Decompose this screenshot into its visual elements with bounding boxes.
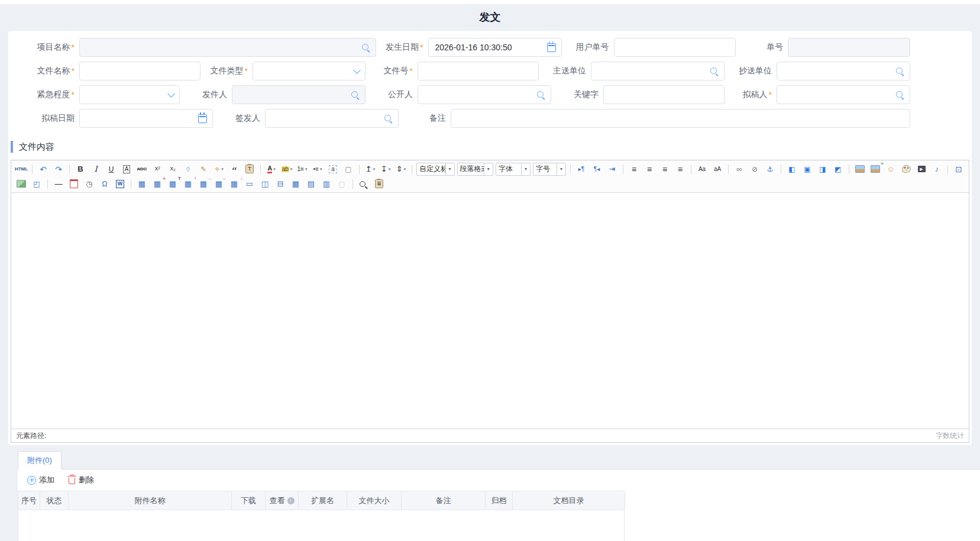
merge-down-icon[interactable]: ⊟ [273,178,287,190]
merge-cells-icon[interactable]: ▭ [242,178,257,190]
issuer-input[interactable] [265,109,399,128]
horizontal-rule-icon[interactable]: — [51,178,66,190]
unlink-icon[interactable]: ⊘ [748,163,762,175]
bold-icon[interactable]: B [73,163,88,175]
insert-image-icon[interactable] [853,163,867,175]
file-no-input[interactable] [418,62,539,80]
keyword-input[interactable] [603,85,725,104]
search-icon[interactable] [351,91,360,99]
split-to-cells-icon[interactable]: ▦ [289,178,303,190]
urgency-select[interactable] [79,85,180,104]
file-no-field[interactable] [423,62,533,80]
auto-typeset-icon[interactable]: ✧▾ [212,163,226,175]
public-person-input[interactable] [418,85,551,104]
search-icon[interactable] [384,114,393,123]
project-name-field[interactable] [85,38,358,57]
occur-date-field[interactable] [434,38,544,57]
project-name-input[interactable] [79,38,376,57]
rtl-icon[interactable]: ¶◂ [590,163,604,175]
file-name-field[interactable] [85,62,195,80]
issuer-field[interactable] [271,109,380,128]
image-float-right-icon[interactable]: ◨ [816,163,830,175]
search-icon[interactable] [895,91,904,99]
split-to-cols-icon[interactable]: ▥ [319,178,334,190]
line-height-icon[interactable]: ⇕▾ [394,163,408,175]
justify-left-icon[interactable]: ≡ [627,163,641,175]
indent-icon[interactable]: ⇥ [605,163,619,175]
remark-input[interactable] [451,109,910,128]
insert-map-icon[interactable] [14,178,28,190]
cell-properties-icon[interactable]: ▦T [166,178,180,190]
anchor-icon[interactable]: ⚓ [763,163,777,175]
chevron-down-icon[interactable]: ▾ [445,163,454,175]
search-replace-icon[interactable] [357,178,371,190]
custom-title-select[interactable]: 自定义标题▾ [416,163,455,176]
link-icon[interactable]: ∞ [732,163,746,175]
word-count-label[interactable]: 字数统计 [936,431,964,441]
drafter-field[interactable] [782,85,892,104]
image-float-left-icon[interactable]: ◧ [785,163,799,175]
public-person-field[interactable] [423,85,533,104]
tab-attachments[interactable]: 附件(0) [18,451,62,469]
main-send-unit-field[interactable] [597,62,706,80]
select-all-icon[interactable]: a [326,163,340,175]
strikethrough-icon[interactable]: ABC [135,163,149,175]
paste-plain-icon[interactable]: T [242,163,257,175]
add-attachment-button[interactable]: 添加 [27,475,54,485]
preview-icon[interactable]: ≣ [372,178,386,190]
undo-icon[interactable]: ↶ [36,163,50,175]
delete-row-icon[interactable]: ▦← [212,178,226,190]
chevron-down-icon[interactable]: ▾ [484,163,493,175]
user-order-no-field[interactable] [620,38,730,57]
unordered-list-icon[interactable]: •≡▾ [311,163,325,175]
cc-unit-field[interactable] [782,62,892,80]
delete-attachment-button[interactable]: 删除 [69,475,94,485]
justify-center-icon[interactable]: ≡ [642,163,656,175]
drafter-input[interactable] [777,85,910,104]
draft-date-field[interactable] [85,109,195,128]
remark-field[interactable] [457,109,904,128]
emotion-icon[interactable]: ☺ [884,163,898,175]
screenshot-icon[interactable]: ◰ [30,178,44,190]
row-spacing-bottom-icon[interactable]: ↧▾ [379,163,393,175]
keyword-field[interactable] [609,85,719,104]
image-center-icon[interactable]: ▣ [800,163,814,175]
underline-icon[interactable]: U [104,163,118,175]
file-name-input[interactable] [79,62,200,80]
superscript-icon[interactable]: X² [150,163,164,175]
redo-icon[interactable]: ↷ [51,163,66,175]
insert-col-left-icon[interactable]: ▦→ [196,178,211,190]
image-inline-icon[interactable]: ◩ [831,163,845,175]
insert-table-icon[interactable]: ▦ [135,178,149,190]
insert-iframe-icon[interactable]: ⊡ [952,163,966,175]
search-icon[interactable] [710,67,719,76]
calendar-icon[interactable] [198,114,207,123]
font-border-icon[interactable]: A [119,163,134,175]
font-size-select[interactable]: 字号▾ [533,163,566,176]
delete-col-icon[interactable]: ▦↓ [227,178,241,190]
multi-image-upload-icon[interactable]: + [868,163,882,175]
format-brush-icon[interactable]: ✎ [196,163,211,175]
row-spacing-top-icon[interactable]: ↥▾ [363,163,377,175]
delete-table-icon[interactable]: ▦× [150,178,164,190]
justify-both-icon[interactable]: ≡ [673,163,687,175]
ltr-icon[interactable]: ▸¶ [574,163,588,175]
file-type-select[interactable] [253,62,366,80]
split-to-rows-icon[interactable]: ▤ [304,178,318,190]
ordered-list-icon[interactable]: 1≡▾ [295,163,309,175]
subscript-icon[interactable]: X₂ [166,163,180,175]
merge-right-icon[interactable]: ◫ [258,178,272,190]
font-family-select[interactable]: 字体▾ [496,163,531,176]
insert-video-icon[interactable]: ▶ [914,163,929,175]
info-icon[interactable]: i [287,497,295,504]
insert-date-icon[interactable] [67,178,81,190]
sender-input[interactable] [232,85,366,104]
insert-music-icon[interactable]: ♪ [930,163,944,175]
main-send-unit-input[interactable] [591,62,725,80]
cc-unit-input[interactable] [777,62,910,80]
insert-time-icon[interactable]: ◷ [82,178,96,190]
search-icon[interactable] [361,43,370,52]
justify-right-icon[interactable]: ≡ [658,163,672,175]
scrawl-icon[interactable] [899,163,913,175]
special-chars-icon[interactable]: Ω [98,178,112,190]
